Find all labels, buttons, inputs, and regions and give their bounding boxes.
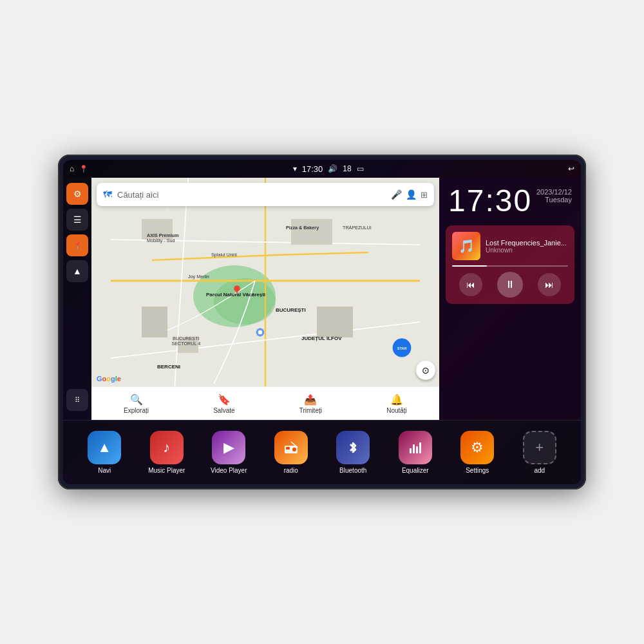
svg-rect-12 bbox=[317, 307, 353, 337]
music-next-button[interactable]: ⏭ bbox=[538, 273, 561, 296]
music-playpause-button[interactable]: ⏸ bbox=[497, 272, 523, 298]
sidebar-apps-button[interactable]: ⠿ bbox=[66, 389, 88, 411]
svg-text:Splaiul Unirii: Splaiul Unirii bbox=[211, 252, 237, 258]
music-artist: Unknown bbox=[486, 247, 568, 254]
music-controls: ⏮ ⏸ ⏭ bbox=[452, 272, 568, 298]
svg-line-35 bbox=[291, 442, 296, 446]
svg-text:BERCENI: BERCENI bbox=[157, 364, 180, 370]
battery-icon: ▭ bbox=[357, 164, 364, 173]
app-radio[interactable]: radio bbox=[265, 431, 317, 474]
map-nav-share[interactable]: 📤 Trimiteți bbox=[299, 393, 322, 414]
wifi-icon: ▾ bbox=[293, 164, 297, 173]
layers-icon[interactable]: ⊞ bbox=[421, 190, 428, 200]
music-album-art: 🎵 bbox=[452, 232, 480, 260]
music-prev-button[interactable]: ⏮ bbox=[459, 273, 482, 296]
svg-point-29 bbox=[258, 330, 262, 334]
app-equalizer[interactable]: Equalizer bbox=[390, 431, 441, 474]
map-area: Splaiul Unirii bbox=[91, 178, 439, 420]
music-progress-bar[interactable] bbox=[452, 265, 568, 267]
map-search-placeholder[interactable]: Căutați aici bbox=[117, 190, 386, 200]
svg-text:SECTORUL 4: SECTORUL 4 bbox=[171, 341, 200, 346]
add-label: add bbox=[534, 467, 545, 474]
svg-text:JUDEȚUL ILFOV: JUDEȚUL ILFOV bbox=[301, 336, 342, 341]
map-search-actions: 🎤 👤 ⊞ bbox=[391, 189, 428, 200]
music-text: Lost Frequencies_Janie... Unknown bbox=[486, 239, 568, 254]
clock-date-text: 2023/12/12 bbox=[536, 188, 572, 196]
navi-icon: ▲ bbox=[88, 431, 121, 464]
svg-text:TRAPEZULUI: TRAPEZULUI bbox=[343, 225, 372, 231]
clock-area: 17:30 2023/12/12 Tuesday bbox=[439, 178, 581, 222]
navi-label: Navi bbox=[98, 467, 111, 474]
svg-rect-39 bbox=[419, 442, 421, 453]
saved-icon: 🔖 bbox=[218, 393, 231, 406]
svg-point-34 bbox=[292, 448, 296, 451]
sidebar-settings-button[interactable]: ⚙ bbox=[66, 183, 88, 205]
clock-date: 2023/12/12 Tuesday bbox=[536, 185, 572, 204]
map-nav-saved[interactable]: 🔖 Salvate bbox=[213, 393, 234, 414]
files-icon: ☰ bbox=[73, 214, 82, 225]
my-location-button[interactable]: ⊙ bbox=[416, 361, 435, 380]
sidebar-files-button[interactable]: ☰ bbox=[66, 209, 88, 231]
video-player-icon: ▶ bbox=[212, 431, 245, 464]
device-screen: ⌂ 📍 ▾ 17:30 🔊 18 ▭ ↩ ⚙ ☰ bbox=[63, 160, 581, 484]
music-player-icon: ♪ bbox=[150, 431, 184, 464]
app-settings[interactable]: ⚙ Settings bbox=[451, 431, 503, 474]
microphone-icon[interactable]: 🎤 bbox=[391, 189, 402, 200]
map-nav-explore[interactable]: 🔍 Explorați bbox=[124, 393, 149, 414]
svg-text:STAR: STAR bbox=[397, 346, 407, 350]
settings-app-icon: ⚙ bbox=[460, 431, 494, 464]
explore-icon: 🔍 bbox=[130, 393, 143, 406]
svg-rect-37 bbox=[413, 444, 415, 453]
map-svg: Splaiul Unirii bbox=[91, 178, 439, 420]
bottom-app-bar: ▲ Navi ♪ Music Player ▶ Video Player bbox=[63, 420, 581, 484]
equalizer-icon bbox=[399, 431, 432, 464]
add-icon: + bbox=[523, 431, 556, 464]
sidebar-nav-button[interactable]: ▲ bbox=[66, 260, 88, 282]
svg-rect-10 bbox=[142, 307, 167, 337]
music-player-widget: 🎵 Lost Frequencies_Janie... Unknown ⏮ bbox=[446, 225, 574, 304]
navigation-icon: ▲ bbox=[73, 266, 82, 276]
settings-icon: ⚙ bbox=[73, 189, 82, 199]
music-title: Lost Frequencies_Janie... bbox=[486, 239, 568, 247]
share-icon: 📤 bbox=[304, 393, 317, 406]
radio-icon bbox=[274, 431, 308, 464]
clock-time: 17:30 bbox=[448, 185, 532, 216]
music-progress-fill bbox=[452, 265, 487, 267]
account-icon[interactable]: 👤 bbox=[406, 189, 417, 200]
home-icon[interactable]: ⌂ bbox=[70, 164, 74, 173]
svg-rect-36 bbox=[410, 448, 412, 453]
music-player-label: Music Player bbox=[148, 467, 185, 474]
svg-rect-38 bbox=[416, 446, 418, 453]
video-player-label: Video Player bbox=[211, 467, 247, 474]
google-logo: Google bbox=[97, 375, 121, 383]
svg-rect-33 bbox=[286, 447, 290, 450]
settings-label: Settings bbox=[466, 467, 489, 474]
sidebar-maps-button[interactable]: 📍 bbox=[66, 234, 88, 256]
svg-text:Joy Merlin: Joy Merlin bbox=[188, 274, 209, 279]
app-navi[interactable]: ▲ Navi bbox=[79, 431, 130, 474]
map-container[interactable]: Splaiul Unirii bbox=[91, 178, 439, 420]
map-nav-news[interactable]: 🔔 Noutăți bbox=[386, 393, 407, 414]
status-right: ↩ bbox=[568, 164, 574, 173]
map-bottom-nav: 🔍 Explorați 🔖 Salvate 📤 Trimiteți � bbox=[91, 386, 439, 420]
right-panel: 17:30 2023/12/12 Tuesday 🎵 Lost Frequenc… bbox=[439, 178, 581, 420]
share-label: Trimiteți bbox=[299, 407, 322, 414]
signal-number: 18 bbox=[343, 164, 351, 173]
map-search-bar[interactable]: 🗺 Căutați aici 🎤 👤 ⊞ bbox=[97, 183, 434, 206]
svg-text:Parcul Natural Văcărești: Parcul Natural Văcărești bbox=[206, 292, 265, 298]
maps-icon[interactable]: 📍 bbox=[79, 165, 88, 173]
bluetooth-label: Bluetooth bbox=[339, 467, 366, 474]
app-music-player[interactable]: ♪ Music Player bbox=[141, 431, 193, 474]
pause-icon: ⏸ bbox=[505, 279, 515, 290]
main-area: ⚙ ☰ 📍 ▲ ⠿ bbox=[63, 178, 581, 420]
app-add[interactable]: + add bbox=[514, 431, 565, 474]
location-icon: ⊙ bbox=[422, 365, 430, 375]
explore-label: Explorați bbox=[124, 407, 149, 414]
clock-day-text: Tuesday bbox=[536, 196, 572, 204]
app-video-player[interactable]: ▶ Video Player bbox=[203, 431, 254, 474]
status-left-icons: ⌂ 📍 bbox=[70, 164, 88, 173]
back-icon[interactable]: ↩ bbox=[568, 164, 574, 173]
status-time: 17:30 bbox=[302, 164, 323, 174]
equalizer-label: Equalizer bbox=[402, 467, 429, 474]
app-bluetooth[interactable]: Bluetooth bbox=[327, 431, 379, 474]
